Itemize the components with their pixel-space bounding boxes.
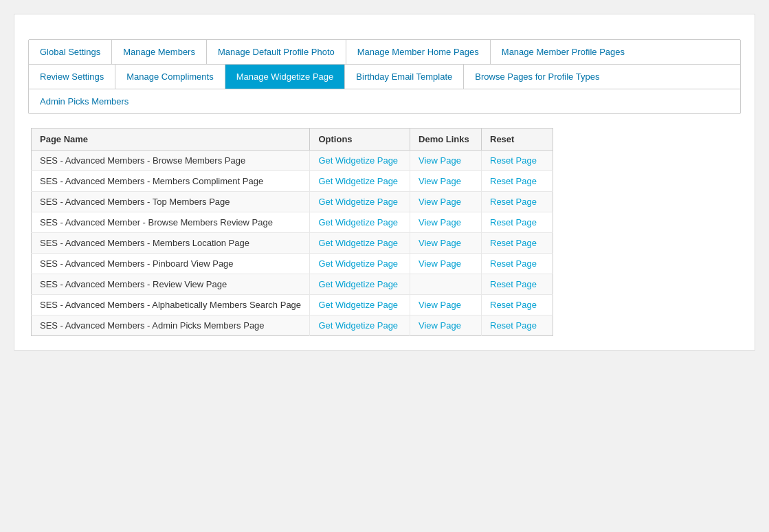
view-page-link[interactable]: View Page [419, 176, 461, 186]
tab-birthday-email-template[interactable]: Birthday Email Template [345, 65, 464, 89]
tab-manage-widgetize-page[interactable]: Manage Widgetize Page [225, 65, 346, 89]
reset-cell: Reset Page [482, 274, 553, 295]
reset-cell: Reset Page [482, 254, 553, 274]
demo-links-cell: View Page [410, 151, 482, 171]
tabs-row-1: Global SettingsManage MembersManage Defa… [29, 40, 740, 65]
reset-page-link[interactable]: Reset Page [490, 279, 537, 289]
content-section: Page NameOptionsDemo LinksReset SES - Ad… [28, 128, 741, 336]
table-row: SES - Advanced Members - Pinboard View P… [32, 254, 553, 274]
demo-links-cell: View Page [410, 192, 482, 212]
tab-browse-pages-for-profile-types[interactable]: Browse Pages for Profile Types [464, 65, 610, 89]
options-cell: Get Widgetize Page [310, 192, 410, 212]
table-header-reset: Reset [482, 129, 553, 151]
reset-page-link[interactable]: Reset Page [490, 217, 537, 228]
tab-review-settings[interactable]: Review Settings [29, 65, 115, 89]
table-row: SES - Advanced Member - Browse Members R… [32, 212, 553, 233]
options-cell: Get Widgetize Page [310, 274, 410, 295]
get-widgetize-page-link[interactable]: Get Widgetize Page [318, 320, 398, 331]
table-row: SES - Advanced Members - Members Locatio… [32, 233, 553, 254]
demo-links-cell: View Page [410, 295, 482, 315]
view-page-link[interactable]: View Page [419, 320, 461, 331]
get-widgetize-page-link[interactable]: Get Widgetize Page [318, 258, 398, 269]
table-row: SES - Advanced Members - Browse Members … [32, 151, 553, 171]
demo-links-cell [410, 274, 482, 295]
tabs-container: Global SettingsManage MembersManage Defa… [28, 39, 741, 114]
reset-page-link[interactable]: Reset Page [490, 197, 537, 207]
table-row: SES - Advanced Members - Admin Picks Mem… [32, 315, 553, 336]
page-name-cell: SES - Advanced Members - Top Members Pag… [32, 192, 310, 212]
tab-global-settings[interactable]: Global Settings [29, 40, 112, 64]
tabs-row-3: Admin Picks Members [29, 89, 740, 113]
page-name-cell: SES - Advanced Members - Pinboard View P… [32, 254, 310, 274]
options-cell: Get Widgetize Page [310, 171, 410, 192]
table-row: SES - Advanced Members - Review View Pag… [32, 274, 553, 295]
reset-cell: Reset Page [482, 212, 553, 233]
options-cell: Get Widgetize Page [310, 315, 410, 336]
page-name-cell: SES - Advanced Members - Members Locatio… [32, 233, 310, 254]
page-name-cell: SES - Advanced Members - Browse Members … [32, 151, 310, 171]
reset-page-link[interactable]: Reset Page [490, 320, 537, 331]
table-header-options: Options [310, 129, 410, 151]
reset-cell: Reset Page [482, 233, 553, 254]
demo-links-cell: View Page [410, 171, 482, 192]
view-page-link[interactable]: View Page [419, 197, 461, 207]
page-name-cell: SES - Advanced Members - Alphabetically … [32, 295, 310, 315]
reset-page-link[interactable]: Reset Page [490, 300, 537, 310]
reset-cell: Reset Page [482, 295, 553, 315]
options-cell: Get Widgetize Page [310, 151, 410, 171]
view-page-link[interactable]: View Page [419, 258, 461, 269]
table-header-demo-links: Demo Links [410, 129, 482, 151]
table-row: SES - Advanced Members - Top Members Pag… [32, 192, 553, 212]
get-widgetize-page-link[interactable]: Get Widgetize Page [318, 217, 398, 228]
view-page-link[interactable]: View Page [419, 155, 461, 166]
page-wrapper: Global SettingsManage MembersManage Defa… [14, 14, 755, 351]
page-name-cell: SES - Advanced Members - Admin Picks Mem… [32, 315, 310, 336]
tab-manage-default-profile-photo[interactable]: Manage Default Profile Photo [207, 40, 346, 64]
tab-manage-members[interactable]: Manage Members [112, 40, 207, 64]
get-widgetize-page-link[interactable]: Get Widgetize Page [318, 197, 398, 207]
reset-page-link[interactable]: Reset Page [490, 258, 537, 269]
view-page-link[interactable]: View Page [419, 217, 461, 228]
get-widgetize-page-link[interactable]: Get Widgetize Page [318, 155, 398, 166]
view-page-link[interactable]: View Page [419, 238, 461, 248]
demo-links-cell: View Page [410, 254, 482, 274]
reset-page-link[interactable]: Reset Page [490, 176, 537, 186]
get-widgetize-page-link[interactable]: Get Widgetize Page [318, 279, 398, 289]
tabs-row-2: Review SettingsManage ComplimentsManage … [29, 65, 740, 89]
reset-cell: Reset Page [482, 315, 553, 336]
widgetize-table: Page NameOptionsDemo LinksReset SES - Ad… [31, 128, 553, 336]
table-row: SES - Advanced Members - Members Complim… [32, 171, 553, 192]
options-cell: Get Widgetize Page [310, 233, 410, 254]
demo-links-cell: View Page [410, 212, 482, 233]
table-header-page-name: Page Name [32, 129, 310, 151]
options-cell: Get Widgetize Page [310, 254, 410, 274]
options-cell: Get Widgetize Page [310, 295, 410, 315]
view-page-link[interactable]: View Page [419, 300, 461, 310]
table-row: SES - Advanced Members - Alphabetically … [32, 295, 553, 315]
page-name-cell: SES - Advanced Members - Review View Pag… [32, 274, 310, 295]
page-name-cell: SES - Advanced Member - Browse Members R… [32, 212, 310, 233]
get-widgetize-page-link[interactable]: Get Widgetize Page [318, 238, 398, 248]
reset-cell: Reset Page [482, 171, 553, 192]
options-cell: Get Widgetize Page [310, 212, 410, 233]
reset-cell: Reset Page [482, 192, 553, 212]
reset-cell: Reset Page [482, 151, 553, 171]
tab-admin-picks-members[interactable]: Admin Picks Members [29, 89, 140, 113]
demo-links-cell: View Page [410, 233, 482, 254]
tab-manage-member-home-pages[interactable]: Manage Member Home Pages [346, 40, 491, 64]
get-widgetize-page-link[interactable]: Get Widgetize Page [318, 176, 398, 186]
reset-page-link[interactable]: Reset Page [490, 155, 537, 166]
tab-manage-member-profile-pages[interactable]: Manage Member Profile Pages [491, 40, 636, 64]
reset-page-link[interactable]: Reset Page [490, 238, 537, 248]
tab-manage-compliments[interactable]: Manage Compliments [115, 65, 225, 89]
page-name-cell: SES - Advanced Members - Members Complim… [32, 171, 310, 192]
demo-links-cell: View Page [410, 315, 482, 336]
get-widgetize-page-link[interactable]: Get Widgetize Page [318, 300, 398, 310]
